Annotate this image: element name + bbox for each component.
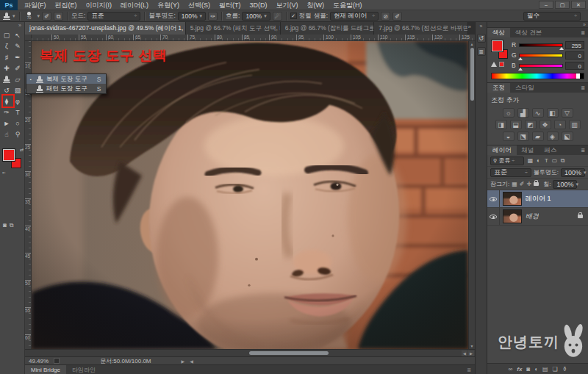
dock-collapse-icon[interactable]: » <box>480 22 483 29</box>
workspace-select[interactable]: 필수÷ <box>523 12 581 21</box>
doc-tab[interactable]: 5.jpg @ 66.7% (패치 도구 선택, R...× <box>186 22 281 35</box>
move-tool[interactable]: ↖ <box>12 29 24 40</box>
ignore-adjustment-layers-icon[interactable]: ⊘ <box>381 12 390 21</box>
invert-icon[interactable]: ◒ <box>503 132 514 141</box>
tab-overflow-icon[interactable]: » <box>468 22 475 35</box>
color-spectrum-ramp[interactable] <box>491 73 584 79</box>
gradient-map-icon[interactable]: ⬕ <box>562 132 573 141</box>
tool-preset-arrow-icon[interactable]: ▾ <box>12 13 15 18</box>
quick-selection-tool[interactable]: ✎ <box>12 40 24 51</box>
red-channel-slider[interactable] <box>519 43 563 47</box>
new-layer-icon[interactable]: ❏ <box>553 366 558 373</box>
doc-tab[interactable]: jonas-svidras-467207-unsplash.jpg @ 49.5… <box>25 22 186 35</box>
lock-transparent-icon[interactable]: ▦ <box>512 181 517 187</box>
quick-mask-button[interactable]: ◙ <box>3 222 7 229</box>
curves-icon[interactable]: ∿ <box>532 108 544 118</box>
color-panel-menu-icon[interactable]: ≣ <box>581 30 588 36</box>
tab-channels[interactable]: 채널 <box>517 145 539 155</box>
current-tool-icon[interactable] <box>3 12 10 20</box>
eraser-tool[interactable]: ▱ <box>12 73 24 84</box>
tab-adjustments[interactable]: 조정 <box>487 83 510 93</box>
menu-edit[interactable]: 편집(E) <box>51 0 82 10</box>
crop-tool[interactable]: ♯ <box>1 51 12 62</box>
clone-stamp-tool[interactable] <box>1 73 12 84</box>
toggle-clone-source-panel-button[interactable]: ⧉ <box>54 12 63 21</box>
selective-color-icon[interactable]: ◈ <box>547 132 559 141</box>
tab-color[interactable]: 색상 <box>487 28 510 37</box>
eyedropper-tool[interactable]: ✒ <box>12 51 24 62</box>
delete-layer-icon[interactable]: ⚱ <box>562 366 567 373</box>
brush-preset-picker[interactable]: 70 <box>24 11 35 21</box>
type-tool[interactable]: T <box>12 107 24 118</box>
aligned-checkbox[interactable]: ✓ <box>290 12 297 19</box>
properties-panel-icon[interactable]: ≣ <box>477 47 486 56</box>
minimize-button[interactable]: – <box>539 1 553 9</box>
vertical-scrollbar[interactable]: ▲ ▼ <box>468 41 475 349</box>
threshold-icon[interactable]: ▰ <box>532 132 544 141</box>
layer-style-icon[interactable]: fx <box>517 366 522 373</box>
toggle-brush-panel-button[interactable]: ✐ <box>42 12 51 21</box>
mode-select[interactable]: 표준÷ <box>87 12 140 21</box>
history-panel-icon[interactable]: ↺ <box>477 34 486 43</box>
tab-paths[interactable]: 패스 <box>539 145 562 155</box>
green-channel-value[interactable]: 0 <box>565 51 584 60</box>
scroll-left-icon[interactable]: ◀ <box>462 350 467 356</box>
close-button[interactable]: ✕ <box>571 1 586 9</box>
menu-image[interactable]: 이미지(I) <box>82 0 117 10</box>
type-filter-icon[interactable]: T <box>542 157 551 165</box>
hand-tool[interactable]: ☝ <box>1 129 12 140</box>
tab-styles[interactable]: 스타일 <box>510 83 539 93</box>
zoom-tool[interactable]: ⚲ <box>12 129 24 140</box>
shape-filter-icon[interactable]: ▭ <box>551 157 559 165</box>
posterize-icon[interactable]: ⬔ <box>517 132 529 141</box>
black-white-icon[interactable]: ◩ <box>525 120 537 129</box>
layers-panel-menu-icon[interactable]: ≣ <box>581 148 588 154</box>
menu-type[interactable]: 유형(Y) <box>153 0 184 10</box>
layer-visibility-toggle[interactable] <box>487 208 500 225</box>
pressure-size-icon[interactable]: ✐ <box>392 12 402 21</box>
layer-row[interactable]: 레이어 1 <box>487 190 588 208</box>
layer-lock-icon[interactable] <box>578 215 583 218</box>
path-selection-tool[interactable]: ► <box>1 118 12 129</box>
smart-object-filter-icon[interactable]: ⧉ <box>559 157 567 165</box>
zoom-level-field[interactable]: 49.49% <box>29 358 49 364</box>
adjustment-filter-icon[interactable]: ◐ <box>534 157 542 165</box>
default-colors-icon[interactable]: ▪▫ <box>2 170 5 175</box>
blue-channel-slider[interactable] <box>519 64 563 68</box>
new-group-icon[interactable]: ▤ <box>542 366 548 373</box>
maximize-button[interactable]: ▢ <box>555 1 570 9</box>
flyout-pattern-stamp[interactable]: 패턴 도장 도구S <box>26 84 106 93</box>
scroll-right-icon[interactable]: ▶ <box>468 350 474 356</box>
gamut-color-swatch[interactable] <box>499 62 504 67</box>
green-channel-slider-thumb[interactable] <box>518 57 523 60</box>
pixel-filter-icon[interactable]: ▦ <box>526 157 534 165</box>
layer-filter-kind-select[interactable]: ⚲ 종류 ÷ <box>490 157 524 165</box>
toolbar-collapse-icon[interactable]: » <box>0 22 24 29</box>
red-channel-value[interactable]: 255 <box>565 41 584 49</box>
link-layers-icon[interactable]: ∞ <box>509 366 513 373</box>
layer-fill-field[interactable]: 100%▾ <box>553 180 577 189</box>
brightness-contrast-icon[interactable]: ☼ <box>503 108 514 118</box>
lock-position-icon[interactable]: ✛ <box>527 181 532 187</box>
tab-timeline[interactable]: 타임라인 <box>66 365 101 374</box>
healing-brush-tool[interactable]: ✚ <box>1 62 12 73</box>
menu-3d[interactable]: 3D(D) <box>245 0 272 10</box>
lasso-tool[interactable]: ζ <box>1 40 12 51</box>
levels-icon[interactable]: ▟ <box>517 108 529 118</box>
menu-view[interactable]: 보기(V) <box>272 0 303 10</box>
layer-visibility-toggle[interactable] <box>487 190 500 207</box>
pressure-opacity-icon[interactable]: ✑ <box>208 12 218 21</box>
tab-layers[interactable]: 레이어 <box>487 145 517 155</box>
red-channel-slider-thumb[interactable] <box>559 47 564 50</box>
opacity-field[interactable]: 100%▾ <box>178 12 206 21</box>
vibrance-icon[interactable]: ▽ <box>562 108 573 118</box>
shape-tool[interactable]: ○ <box>12 118 24 129</box>
blue-channel-slider-thumb[interactable] <box>518 68 523 71</box>
pen-tool[interactable]: ✑ <box>1 107 12 118</box>
layer-thumbnail[interactable] <box>503 209 522 223</box>
blue-channel-value[interactable]: 0 <box>565 62 584 70</box>
layer-opacity-field[interactable]: 100%▾ <box>561 168 585 177</box>
rect-marquee-tool[interactable]: ▢ <box>1 29 12 40</box>
color-balance-icon[interactable]: ⬓ <box>510 120 522 129</box>
panel-foreground-swatch[interactable] <box>492 40 503 51</box>
